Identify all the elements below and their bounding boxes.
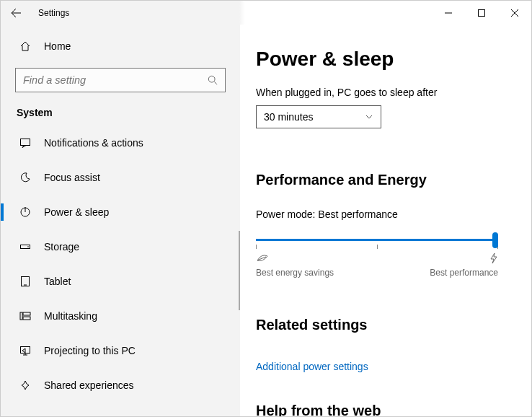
nav-label: Notifications & actions	[44, 137, 143, 149]
leaf-icon	[256, 253, 334, 266]
storage-icon	[18, 241, 32, 253]
dropdown-value: 30 minutes	[264, 111, 313, 123]
home-nav[interactable]: Home	[1, 32, 240, 61]
perf-heading: Performance and Energy	[256, 172, 531, 188]
window-controls	[432, 1, 531, 25]
nav-focus-assist[interactable]: Focus assist	[1, 160, 240, 195]
nav-projecting[interactable]: Projecting to this PC	[1, 333, 240, 368]
nav-label: Multitasking	[44, 310, 97, 322]
titlebar: Settings	[1, 1, 531, 25]
arrow-left-icon	[10, 7, 22, 19]
slider-tick	[256, 245, 257, 249]
nav-label: Focus assist	[44, 172, 100, 183]
slider-tick	[377, 245, 378, 249]
nav-power-sleep[interactable]: Power & sleep	[1, 195, 240, 229]
nav-label: Projecting to this PC	[44, 345, 136, 356]
nav-storage[interactable]: Storage	[1, 229, 240, 264]
slider-right-end: Best performance	[430, 253, 498, 278]
minimize-icon	[445, 9, 452, 17]
maximize-button[interactable]	[465, 1, 498, 25]
svg-rect-1	[479, 9, 485, 16]
power-mode-label: Power mode: Best performance	[256, 208, 531, 220]
page-title: Power & sleep	[256, 48, 531, 71]
slider-thumb[interactable]	[492, 232, 498, 248]
related-heading: Related settings	[256, 317, 531, 333]
svg-rect-13	[23, 317, 30, 320]
slider-left-label: Best energy savings	[256, 268, 334, 278]
moon-icon	[18, 172, 32, 183]
slider-right-label: Best performance	[430, 268, 498, 278]
svg-rect-4	[21, 139, 30, 146]
nav-list: Notifications & actions Focus assist Pow…	[1, 126, 240, 403]
nav-tablet[interactable]: Tablet	[1, 264, 240, 299]
minimize-button[interactable]	[432, 1, 465, 25]
nav-label: Tablet	[44, 276, 71, 287]
nav-multitasking[interactable]: Multitasking	[1, 299, 240, 333]
shared-icon	[18, 379, 32, 391]
nav-label: Shared experiences	[44, 379, 134, 391]
lightning-icon	[489, 253, 498, 266]
window-title: Settings	[38, 8, 69, 18]
slider-track	[256, 239, 498, 241]
svg-rect-11	[20, 312, 22, 320]
slider-labels: Best energy savings Best performance	[256, 253, 498, 278]
slider-left-end: Best energy savings	[256, 253, 334, 278]
multitasking-icon	[18, 310, 32, 322]
nav-notifications[interactable]: Notifications & actions	[1, 126, 240, 160]
close-button[interactable]	[498, 1, 531, 25]
maximize-icon	[478, 9, 485, 17]
sleep-dropdown[interactable]: 30 minutes	[256, 105, 381, 128]
svg-line-3	[214, 82, 217, 84]
home-label: Home	[44, 40, 71, 52]
tablet-icon	[18, 276, 32, 287]
nav-label: Storage	[44, 241, 79, 253]
svg-rect-12	[23, 312, 30, 315]
svg-point-2	[208, 76, 215, 82]
nav-label: Power & sleep	[44, 206, 109, 218]
svg-point-8	[27, 246, 29, 247]
projecting-icon	[18, 345, 32, 356]
search-box[interactable]	[15, 68, 226, 92]
back-button[interactable]	[1, 1, 31, 25]
search-icon	[208, 75, 218, 85]
chevron-down-icon	[365, 113, 373, 121]
search-input[interactable]	[23, 74, 208, 86]
sidebar: Home System Notifications & actions Focu…	[1, 25, 240, 416]
additional-power-settings-link[interactable]: Additional power settings	[256, 361, 368, 372]
home-icon	[18, 40, 32, 52]
power-mode-slider[interactable]	[256, 232, 498, 249]
content-panel: Power & sleep When plugged in, PC goes t…	[240, 25, 531, 416]
section-header: System	[1, 102, 240, 126]
power-icon	[18, 206, 32, 218]
notifications-icon	[18, 137, 32, 149]
help-heading: Help from the web	[256, 403, 531, 416]
close-icon	[511, 9, 518, 17]
sleep-label: When plugged in, PC goes to sleep after	[256, 87, 531, 98]
nav-shared-experiences[interactable]: Shared experiences	[1, 368, 240, 403]
